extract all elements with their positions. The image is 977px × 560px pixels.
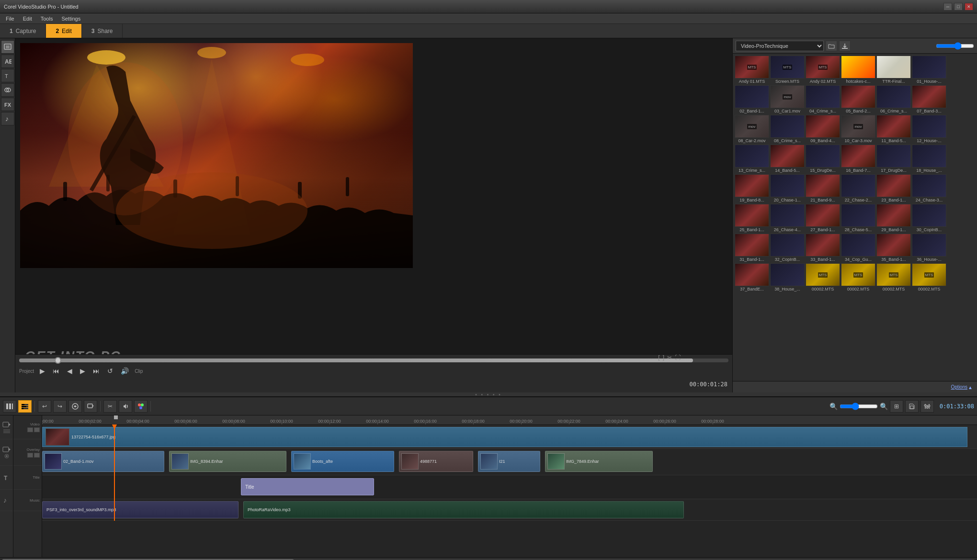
loop-button[interactable]: ↺ xyxy=(105,366,115,376)
save-frame-btn[interactable] xyxy=(905,400,919,413)
track-lock-btn[interactable] xyxy=(27,427,33,432)
library-item-20[interactable]: 15_DrugDe... xyxy=(806,145,840,173)
video-main-strip[interactable]: 13722754-516x677.jpg xyxy=(42,427,967,447)
library-item-46[interactable]: MTS00002.MTS xyxy=(876,263,911,292)
enhance-btn[interactable] xyxy=(68,400,82,413)
clip-4988771[interactable]: 4988771 xyxy=(399,451,473,472)
library-item-13[interactable]: 08_Crime_s... xyxy=(770,115,805,144)
library-folder-btn[interactable] xyxy=(826,41,837,51)
tab-share[interactable]: 3 Share xyxy=(82,24,123,38)
close-button[interactable]: ✕ xyxy=(965,3,973,11)
clip-img7849[interactable]: IMG_7849.Enhar xyxy=(545,451,653,472)
fullscreen-button[interactable]: ⛶ xyxy=(675,354,681,361)
library-item-22[interactable]: 17_DrugDe... xyxy=(876,145,911,173)
library-item-15[interactable]: mov10_Car-3.mov xyxy=(841,115,875,144)
track-vis-btn[interactable] xyxy=(34,427,40,432)
zoom-out-btn[interactable]: 🔍 xyxy=(829,403,838,410)
clip-boots[interactable]: Boots_afte xyxy=(291,451,394,472)
mark-out-button[interactable]: ] xyxy=(663,354,664,361)
timeline-zoom-slider[interactable] xyxy=(840,403,878,410)
library-item-12[interactable]: mov08_Car-2.mov xyxy=(735,115,769,144)
options-link[interactable]: Options xyxy=(951,384,967,390)
library-item-24[interactable]: 19_Band-8... xyxy=(735,174,769,203)
cut-button[interactable]: ✂ xyxy=(667,354,672,361)
library-dropdown[interactable]: Video-ProTechnique xyxy=(736,41,824,51)
end-forward-button[interactable]: ⏭ xyxy=(91,366,102,376)
tab-capture[interactable]: 1 Capture xyxy=(0,24,46,38)
next-frame-button[interactable]: ▶ xyxy=(78,366,87,376)
library-item-5[interactable]: 01_House-... xyxy=(912,56,946,84)
tab-edit[interactable]: 2 Edit xyxy=(46,24,81,38)
end-button[interactable]: ⏮ xyxy=(51,366,61,376)
play-button[interactable]: ▶ xyxy=(38,366,47,376)
library-item-26[interactable]: 21_Band-9... xyxy=(806,174,840,203)
library-item-33[interactable]: 28_Chase-5... xyxy=(841,204,875,233)
volume-button[interactable]: 🔊 xyxy=(119,366,131,376)
library-item-8[interactable]: 04_Crime_s... xyxy=(806,85,840,114)
mark-in-button[interactable]: [ xyxy=(658,354,659,361)
library-item-44[interactable]: MTS00002.MTS xyxy=(806,263,840,292)
library-item-36[interactable]: 31_Band-1... xyxy=(735,234,769,262)
library-item-19[interactable]: 14_Band-5... xyxy=(770,145,805,173)
library-item-16[interactable]: 11_Band-5... xyxy=(876,115,911,144)
clip-img8394[interactable]: IMG_8394.Enhar xyxy=(169,451,286,472)
title-clip[interactable]: Title xyxy=(241,478,374,495)
fit-btn[interactable]: ⊞ xyxy=(890,400,903,413)
capture-btn[interactable] xyxy=(84,400,97,413)
library-item-6[interactable]: 02_Band-1... xyxy=(735,85,769,114)
titles-icon-btn[interactable]: T xyxy=(1,69,14,82)
color-btn[interactable] xyxy=(134,400,148,413)
clip-band1[interactable]: 02_Band-1.mov xyxy=(42,451,164,472)
library-item-34[interactable]: 29_Band-1... xyxy=(876,204,911,233)
library-item-23[interactable]: 18_House_... xyxy=(912,145,946,173)
fx-icon-btn[interactable]: FX xyxy=(1,98,14,111)
split-btn[interactable]: ✂ xyxy=(103,400,117,413)
timeline-btn[interactable] xyxy=(18,400,32,413)
library-item-40[interactable]: 35_Band-1... xyxy=(876,234,911,262)
library-item-1[interactable]: MTSScreen.MTS xyxy=(770,56,805,84)
transitions-icon-btn[interactable] xyxy=(1,83,14,97)
library-item-14[interactable]: 09_Band-4... xyxy=(806,115,840,144)
library-item-25[interactable]: 20_Chase-1... xyxy=(770,174,805,203)
library-item-4[interactable]: TTR-Final... xyxy=(876,56,911,84)
library-item-0[interactable]: MTSAndy 01.MTS xyxy=(735,56,769,84)
timeline-scrollbar[interactable] xyxy=(0,557,977,560)
library-item-42[interactable]: 37_BandE... xyxy=(735,263,769,292)
audio-btn[interactable] xyxy=(119,400,132,413)
zoom-slider-library[interactable] xyxy=(936,42,974,50)
overlay-settings-icon[interactable] xyxy=(2,454,11,459)
library-item-17[interactable]: 12_House-... xyxy=(912,115,946,144)
library-item-38[interactable]: 33_Band-1... xyxy=(806,234,840,262)
music-clip-2[interactable]: PhotoRaRaVideo.mp3 xyxy=(243,501,684,518)
media-icon-btn[interactable] xyxy=(1,40,14,54)
minimize-button[interactable]: ─ xyxy=(943,3,952,11)
menu-file[interactable]: File xyxy=(2,15,18,22)
library-item-21[interactable]: 16_Band-7... xyxy=(841,145,875,173)
library-item-43[interactable]: 38_House_... xyxy=(770,263,805,292)
undo-btn[interactable]: ↩ xyxy=(38,400,51,413)
library-item-45[interactable]: MTS00002.MTS xyxy=(841,263,875,292)
library-item-29[interactable]: 24_Chase-3... xyxy=(912,174,946,203)
library-item-3[interactable]: hotcakes-c... xyxy=(841,56,875,84)
library-item-9[interactable]: 05_Band-2... xyxy=(841,85,875,114)
library-item-47[interactable]: MTS00002.MTS xyxy=(912,263,946,292)
library-item-7[interactable]: mov03_Car1.mov xyxy=(770,85,805,114)
menu-edit[interactable]: Edit xyxy=(19,15,36,22)
redo-btn[interactable]: ↪ xyxy=(53,400,67,413)
playhead-marker[interactable] xyxy=(114,415,118,419)
prev-frame-button[interactable]: ◀ xyxy=(65,366,74,376)
clip-i21[interactable]: I21 xyxy=(478,451,540,472)
library-item-35[interactable]: 30_CopInB... xyxy=(912,204,946,233)
overlay-lock-btn[interactable] xyxy=(27,453,33,458)
resize-handle[interactable]: • • • • • xyxy=(0,392,977,396)
library-import-btn[interactable] xyxy=(839,41,851,51)
menu-tools[interactable]: Tools xyxy=(37,15,57,22)
storyboard-btn[interactable] xyxy=(3,400,16,413)
progress-thumb[interactable] xyxy=(55,357,61,364)
text-icon-btn[interactable]: AB xyxy=(1,55,14,68)
library-item-28[interactable]: 23_Band-1... xyxy=(876,174,911,203)
library-item-30[interactable]: 25_Band-1... xyxy=(735,204,769,233)
restore-button[interactable]: □ xyxy=(954,3,963,11)
library-item-10[interactable]: 06_Crime_s... xyxy=(876,85,911,114)
library-item-31[interactable]: 26_Chase-4... xyxy=(770,204,805,233)
